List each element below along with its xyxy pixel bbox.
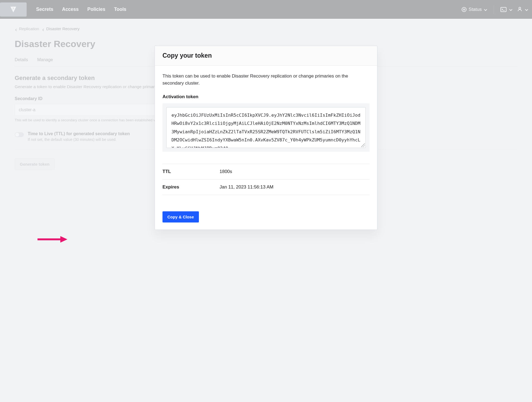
token-box-container: eyJhbGciOiJFUzUxMiIsInR5cCI6IkpXVCJ9.eyJ…: [162, 103, 370, 152]
modal-overlay: Copy your token This token can be used t…: [0, 0, 532, 178]
ttl-row: TTL 1800s: [162, 164, 370, 178]
ttl-value: 1800s: [220, 169, 232, 174]
modal-description: This token can be used to enable Disaste…: [162, 73, 370, 87]
activation-token-textarea[interactable]: eyJhbGciOiJFUzUxMiIsInR5cCI6IkpXVCJ9.eyJ…: [166, 107, 366, 148]
ttl-label: TTL: [162, 169, 220, 174]
copy-token-modal: Copy your token This token can be used t…: [155, 46, 377, 178]
activation-token-label: Activation token: [162, 94, 370, 100]
modal-title: Copy your token: [162, 52, 370, 59]
token-info-table: TTL 1800s Expires Jan 11, 2023 11:56:13 …: [162, 164, 370, 178]
modal-header: Copy your token: [155, 46, 377, 66]
modal-body: This token can be used to enable Disaste…: [155, 66, 377, 178]
